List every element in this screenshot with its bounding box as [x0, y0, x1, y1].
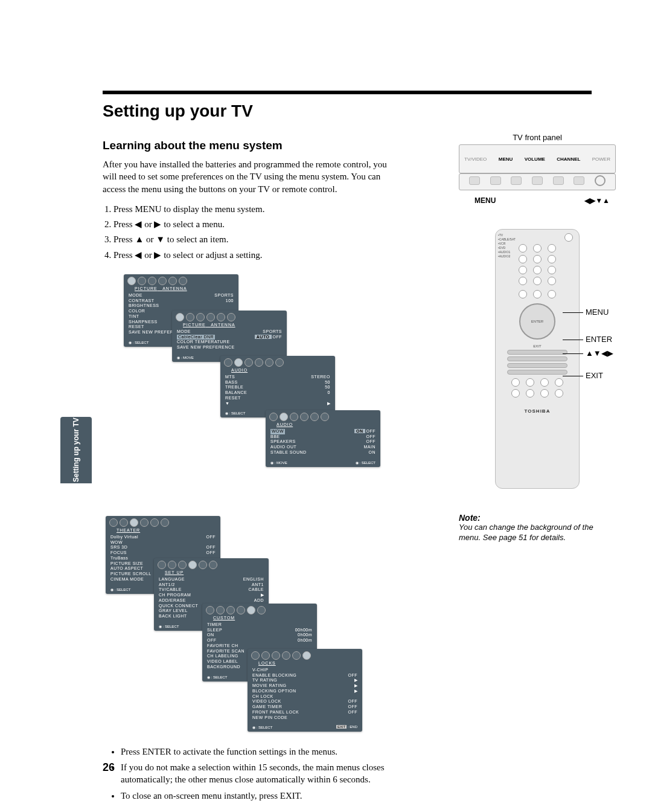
bullet-3: To close an on-screen menu instantly, pr…: [121, 790, 423, 802]
note-block: Note: You can change the background of t…: [459, 513, 616, 543]
remote-num-8[interactable]: [533, 266, 542, 274]
page-title: Setting up your TV: [103, 102, 592, 121]
remote-num-5[interactable]: [533, 255, 542, 263]
remote-num-2[interactable]: [533, 244, 542, 253]
remote-num-7[interactable]: [519, 266, 527, 274]
remote-bar-1[interactable]: [507, 350, 567, 355]
remote-control: •TV •CABLE/SAT •VCR •DVD •AUDIO1 •AUDIO2…: [495, 229, 580, 489]
fp-vol-up-btn[interactable]: [532, 176, 543, 185]
remote-fn-6[interactable]: [526, 389, 534, 398]
remote-fn-5[interactable]: [511, 389, 520, 398]
side-tab: Setting up your TV: [60, 417, 92, 483]
callout-enter: ENTER: [586, 335, 612, 344]
remote-navpad[interactable]: [519, 303, 555, 340]
remote-ent-btn[interactable]: [548, 277, 556, 285]
remote-num-6[interactable]: [548, 255, 556, 263]
fp-menu-btn[interactable]: [490, 176, 501, 185]
remote-bar-2[interactable]: [507, 356, 567, 361]
remote-bar-4[interactable]: [507, 370, 567, 375]
front-panel: TV/VIDEO MENU VOLUME CHANNEL POWER: [459, 144, 616, 173]
fp-tvvideo-btn[interactable]: [469, 176, 480, 185]
fp-ch-up-btn[interactable]: [574, 176, 584, 185]
remote-bar-3[interactable]: [507, 363, 567, 368]
intro-text: After you have installed the batteries a…: [103, 158, 392, 195]
remote-num-4[interactable]: [519, 255, 527, 263]
note-heading: Note:: [459, 513, 616, 523]
remote-num-9[interactable]: [548, 266, 556, 274]
remote-fn-2[interactable]: [526, 378, 534, 387]
remote-num-3[interactable]: [548, 244, 556, 253]
bullet-1: Press ENTER to activate the function set…: [121, 746, 423, 758]
remote-theater-btn[interactable]: [548, 290, 556, 298]
remote-info-btn[interactable]: [533, 290, 542, 298]
remote-brand: TOSHIBA: [496, 408, 579, 414]
menu-picture-2: PICTURE ANTENNA MODESPORTS CableClear DN…: [172, 311, 287, 362]
remote-num-1[interactable]: [519, 244, 527, 253]
callout-exit: EXIT: [586, 371, 603, 380]
remote-fn-1[interactable]: [511, 378, 520, 387]
callout-arrows: ▲▼◀▶: [586, 349, 613, 358]
menu-audio-2: AUDIO WOWONOFF BBEOFF SPEAKERSOFF AUDIO …: [266, 410, 380, 467]
page-number: 26: [103, 761, 115, 774]
fp-legend-arrows: ◀▶▼▲: [584, 196, 610, 205]
fp-vol-down-btn[interactable]: [511, 176, 522, 185]
remote-menu-btn[interactable]: [519, 290, 527, 298]
notes-list: Press ENTER to activate the function set…: [121, 746, 423, 802]
header-rule: [103, 91, 592, 94]
remote-fn-3[interactable]: [540, 378, 549, 387]
remote-power-btn[interactable]: [564, 233, 573, 242]
remote-fn-7[interactable]: [540, 389, 549, 398]
bullet-2: If you do not make a selection within 15…: [121, 761, 423, 786]
remote-fn-4[interactable]: [555, 378, 563, 387]
fp-ch-down-btn[interactable]: [553, 176, 564, 185]
front-panel-caption: TV front panel: [459, 133, 616, 142]
remote-chrtn-btn[interactable]: [519, 277, 527, 285]
menu-cascade-2: THEATER Dolby VirtualOFF WOW SRS 3DOFF F…: [106, 516, 592, 733]
menu-audio-1: AUDIO MTSSTEREO BASS50 TREBLE50 BALANCE0…: [220, 356, 335, 418]
callout-menu: MENU: [586, 308, 609, 317]
fp-power-btn[interactable]: [595, 175, 606, 186]
remote-fn-8[interactable]: [555, 389, 563, 398]
right-column: TV front panel TV/VIDEO MENU VOLUME CHAN…: [459, 133, 616, 543]
remote-num-0[interactable]: [533, 277, 542, 285]
note-body: You can change the background of the men…: [459, 523, 616, 543]
menu-locks: LOCKS V-CHIP ENABLE BLOCKINGOFF TV RATIN…: [248, 649, 362, 732]
fp-legend-menu: MENU: [475, 196, 496, 205]
